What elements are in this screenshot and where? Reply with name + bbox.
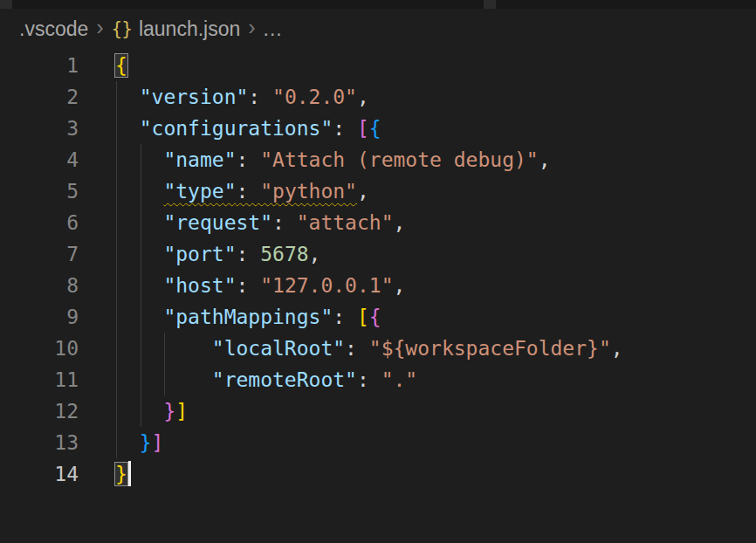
code-token-punct: : bbox=[236, 274, 260, 297]
indent-guide bbox=[116, 270, 117, 301]
line-number[interactable]: 12 bbox=[0, 395, 115, 427]
chevron-right-icon: › bbox=[248, 17, 255, 38]
code-token-punct: , bbox=[357, 86, 369, 108]
editor-area[interactable]: 1{2 "version": "0.2.0",3 "configurations… bbox=[0, 49, 756, 490]
line-number[interactable]: 8 bbox=[0, 270, 115, 301]
code-token-punct: : bbox=[357, 368, 381, 391]
tab[interactable] bbox=[496, 0, 756, 9]
code-line-content[interactable]: }] bbox=[115, 427, 163, 458]
code-token-key: "configurations" bbox=[140, 117, 333, 140]
code-token-punct: : bbox=[345, 337, 369, 360]
code-token-punct: : bbox=[333, 117, 357, 140]
code-line-content[interactable]: "pathMappings": [{ bbox=[115, 301, 381, 333]
indent-guide bbox=[164, 364, 165, 395]
code-token-punct: , bbox=[309, 243, 321, 265]
code-line-content[interactable]: "configurations": [{ bbox=[115, 113, 381, 144]
code-line-content[interactable]: { bbox=[115, 50, 127, 81]
indent-guide bbox=[116, 427, 117, 458]
code-token-str: "Attach (remote debug)" bbox=[260, 148, 539, 171]
breadcrumb-item-file[interactable]: {} launch.json bbox=[112, 17, 241, 41]
code-token-b1: ] bbox=[175, 400, 188, 423]
code-token-str: "0.2.0" bbox=[272, 86, 357, 108]
breadcrumb-item-symbols[interactable]: ... bbox=[264, 17, 283, 41]
code-token-str: "python" bbox=[260, 180, 357, 203]
code-line-content[interactable]: "remoteRoot": "." bbox=[115, 364, 417, 395]
vscode-window: .vscode › {} launch.json › ... 1{2 "vers… bbox=[0, 0, 756, 543]
indent-guide bbox=[116, 238, 117, 270]
code-line-content[interactable]: "name": "Attach (remote debug)", bbox=[115, 144, 551, 175]
code-token-b3: { bbox=[369, 117, 381, 140]
code-token-punct: : bbox=[236, 243, 260, 265]
code-line: 9 "pathMappings": [{ bbox=[0, 301, 756, 333]
line-number[interactable]: 2 bbox=[0, 81, 115, 113]
line-number[interactable]: 13 bbox=[0, 427, 115, 458]
line-number[interactable]: 11 bbox=[0, 364, 115, 395]
code-token-key: "port" bbox=[163, 243, 236, 265]
code-token-num: 5678 bbox=[260, 243, 308, 265]
json-braces-icon: {} bbox=[112, 18, 132, 39]
code-line-content[interactable]: "port": 5678, bbox=[115, 238, 320, 270]
code-line: 3 "configurations": [{ bbox=[0, 113, 756, 144]
indent-guide bbox=[116, 113, 117, 144]
code-token-key: "localRoot" bbox=[212, 337, 345, 360]
code-line: 8 "host": "127.0.0.1", bbox=[0, 270, 756, 301]
code-token-punct: : bbox=[333, 306, 357, 328]
code-token-b2: [ bbox=[357, 117, 369, 140]
indent-guide bbox=[116, 207, 117, 238]
line-number[interactable]: 7 bbox=[0, 238, 115, 270]
code-token-key: "host" bbox=[163, 274, 236, 297]
code-token-key: "version" bbox=[140, 86, 249, 108]
code-token-str: "${workspaceFolder}" bbox=[369, 337, 611, 360]
breadcrumb-item-folder[interactable]: .vscode bbox=[19, 17, 88, 41]
code-token-punct: : bbox=[236, 148, 260, 171]
indent-guide bbox=[116, 144, 117, 175]
code-line-content[interactable]: }] bbox=[115, 395, 188, 427]
code-token-b2: ] bbox=[152, 431, 164, 454]
code-token-b1: { bbox=[115, 54, 127, 77]
code-line-content[interactable]: "request": "attach", bbox=[115, 207, 405, 238]
code-token-str: "." bbox=[381, 368, 418, 391]
code-token-key: "remoteRoot" bbox=[212, 368, 357, 391]
code-line: 4 "name": "Attach (remote debug)", bbox=[0, 144, 756, 175]
code-token-b1: [ bbox=[357, 306, 369, 328]
line-number[interactable]: 10 bbox=[0, 333, 115, 364]
indent-guide bbox=[141, 395, 141, 427]
code-line-content[interactable]: "localRoot": "${workspaceFolder}", bbox=[115, 333, 623, 364]
line-number[interactable]: 14 bbox=[0, 458, 115, 490]
indent-guide bbox=[116, 81, 117, 113]
line-number[interactable]: 4 bbox=[0, 144, 115, 175]
code-line-content[interactable]: "type": "python", bbox=[115, 175, 369, 207]
code-token-punct: , bbox=[611, 337, 623, 360]
code-token-b1: } bbox=[115, 463, 127, 485]
indent-guide bbox=[116, 395, 117, 427]
line-number[interactable]: 9 bbox=[0, 301, 115, 333]
code-token-b2: { bbox=[369, 306, 381, 328]
code-token-key: "request" bbox=[163, 211, 272, 234]
line-number[interactable]: 1 bbox=[0, 50, 115, 81]
code-line: 2 "version": "0.2.0", bbox=[0, 81, 756, 113]
indent-guide bbox=[116, 333, 117, 364]
tab[interactable] bbox=[12, 0, 484, 9]
line-number[interactable]: 5 bbox=[0, 175, 115, 207]
indent-guide bbox=[116, 175, 117, 207]
code-token-key: "type" bbox=[163, 180, 236, 203]
code-line-content[interactable]: "host": "127.0.0.1", bbox=[115, 270, 405, 301]
code-line: 14} bbox=[0, 458, 756, 490]
code-token-punct: , bbox=[539, 148, 551, 171]
code-token-key: "pathMappings" bbox=[163, 306, 333, 328]
indent-guide bbox=[141, 301, 141, 333]
tab-strip bbox=[0, 0, 756, 9]
code-line-content[interactable]: "version": "0.2.0", bbox=[115, 81, 369, 113]
indent-guide bbox=[141, 238, 141, 270]
line-number[interactable]: 3 bbox=[0, 113, 115, 144]
indent-guide bbox=[141, 270, 141, 301]
code-line: 13 }] bbox=[0, 427, 756, 458]
code-line: 10 "localRoot": "${workspaceFolder}", bbox=[0, 333, 756, 364]
code-line: 12 }] bbox=[0, 395, 756, 427]
indent-guide bbox=[164, 333, 165, 364]
code-line-content[interactable]: } bbox=[115, 458, 131, 490]
code-token-key: "name" bbox=[163, 148, 236, 171]
indent-guide bbox=[141, 333, 141, 364]
line-number[interactable]: 6 bbox=[0, 207, 115, 238]
code-line: 11 "remoteRoot": "." bbox=[0, 364, 756, 395]
